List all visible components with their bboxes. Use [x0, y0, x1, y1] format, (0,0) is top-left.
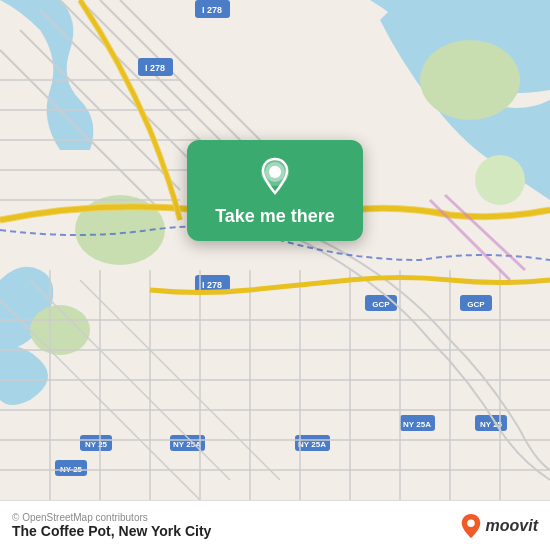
bottom-left: © OpenStreetMap contributors The Coffee … — [12, 512, 211, 539]
moovit-pin-icon — [460, 513, 482, 539]
take-me-there-button[interactable]: Take me there — [215, 206, 335, 227]
copyright-text: © OpenStreetMap contributors — [12, 512, 211, 523]
svg-text:I 278: I 278 — [202, 5, 222, 15]
location-name: The Coffee Pot, New York City — [12, 523, 211, 539]
svg-text:GCP: GCP — [372, 300, 390, 309]
svg-text:NY 25: NY 25 — [85, 440, 108, 449]
moovit-logo: moovit — [460, 513, 538, 539]
bottom-bar: © OpenStreetMap contributors The Coffee … — [0, 500, 550, 550]
svg-point-2 — [420, 40, 520, 120]
location-pin-icon — [255, 156, 295, 196]
moovit-label: moovit — [486, 517, 538, 535]
svg-text:NY 25A: NY 25A — [298, 440, 326, 449]
svg-text:I 278: I 278 — [202, 280, 222, 290]
svg-point-3 — [475, 155, 525, 205]
map-background: I 278 I 278 GCP GCP NY 25 NY 25A NY 25A … — [0, 0, 550, 500]
svg-text:GCP: GCP — [467, 300, 485, 309]
svg-point-64 — [467, 519, 474, 526]
action-card: Take me there — [187, 140, 363, 241]
svg-text:NY 25A: NY 25A — [403, 420, 431, 429]
svg-point-63 — [270, 166, 280, 176]
svg-text:I 278: I 278 — [145, 63, 165, 73]
map-container: I 278 I 278 GCP GCP NY 25 NY 25A NY 25A … — [0, 0, 550, 500]
